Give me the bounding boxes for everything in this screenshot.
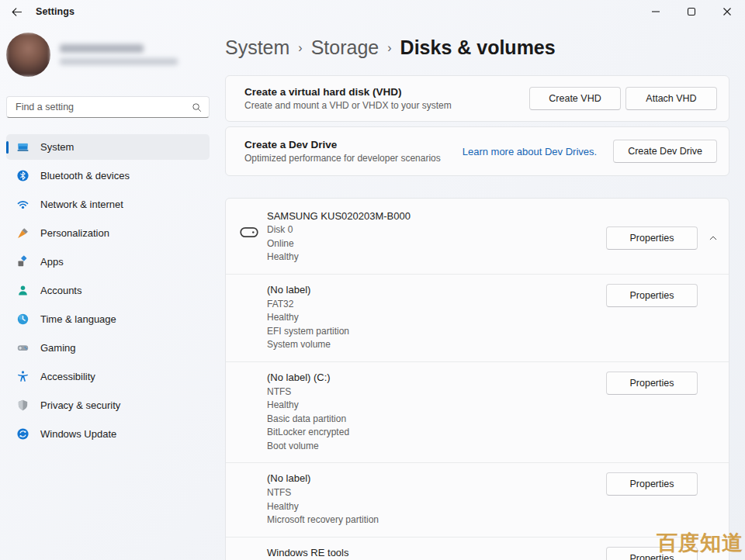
close-button[interactable] — [709, 0, 745, 23]
volume-title: Windows RE tools — [267, 546, 606, 560]
chevron-up-icon — [708, 233, 719, 244]
sidebar-item-gaming[interactable]: Gaming — [6, 335, 210, 361]
time-icon — [16, 313, 29, 326]
sidebar-item-label: Accounts — [40, 285, 81, 296]
volume-details: FAT32 Healthy EFI system partition Syste… — [267, 298, 606, 352]
system-icon — [16, 140, 29, 154]
avatar — [6, 33, 50, 77]
sidebar-nav: System Bluetooth & devices Network & int… — [6, 134, 210, 447]
user-profile[interactable] — [6, 33, 210, 77]
breadcrumb: System › Storage › Disks & volumes — [225, 34, 729, 60]
privacy-icon — [16, 399, 29, 412]
sidebar: System Bluetooth & devices Network & int… — [0, 23, 216, 560]
selected-indicator — [6, 141, 9, 154]
disk-header-row: SAMSUNG KUS020203M-B000 Disk 0 Online He… — [226, 199, 729, 274]
main-content: System › Storage › Disks & volumes Creat… — [216, 23, 745, 560]
minimize-button[interactable] — [638, 0, 674, 23]
user-email-redacted — [60, 58, 178, 65]
network-icon — [16, 198, 29, 211]
vhd-card-subtitle: Create and mount a VHD or VHDX to your s… — [244, 100, 529, 111]
volume-row: (No label) (C:) NTFS Healthy Basic data … — [226, 361, 729, 463]
sidebar-item-label: Time & language — [40, 313, 116, 325]
search-input[interactable] — [16, 102, 191, 112]
minimize-icon — [651, 7, 660, 16]
volume-title: (No label) — [267, 283, 606, 297]
breadcrumb-separator-icon: › — [379, 41, 400, 55]
settings-window: Settings — [0, 0, 745, 560]
sidebar-item-label: Personalization — [40, 227, 109, 239]
sidebar-item-accessibility[interactable]: Accessibility — [6, 364, 210, 389]
breadcrumb-separator-icon: › — [289, 41, 310, 55]
gaming-icon — [16, 341, 29, 354]
dev-drive-learn-more-link[interactable]: Learn more about Dev Drives. — [463, 146, 597, 157]
sidebar-item-system[interactable]: System — [6, 134, 210, 160]
breadcrumb-system[interactable]: System — [225, 36, 289, 59]
sidebar-item-privacy[interactable]: Privacy & security — [6, 392, 210, 418]
back-arrow-icon — [10, 5, 23, 19]
sidebar-item-label: Gaming — [40, 342, 76, 354]
search-icon — [191, 102, 203, 113]
attach-vhd-button[interactable]: Attach VHD — [625, 87, 717, 110]
sidebar-item-label: Apps — [40, 256, 64, 268]
sidebar-item-time[interactable]: Time & language — [6, 306, 210, 332]
apps-icon — [16, 255, 29, 268]
dev-drive-card: Create a Dev Drive Optimized performance… — [225, 126, 729, 176]
disk-card: SAMSUNG KUS020203M-B000 Disk 0 Online He… — [225, 198, 729, 560]
page-title: Disks & volumes — [400, 36, 556, 59]
vhd-card-title: Create a virtual hard disk (VHD) — [244, 86, 529, 98]
user-name-block — [60, 44, 178, 65]
volume-properties-button[interactable]: Properties — [606, 472, 698, 496]
sidebar-item-label: Accessibility — [40, 371, 95, 382]
maximize-icon — [687, 7, 696, 16]
vhd-card: Create a virtual hard disk (VHD) Create … — [225, 75, 729, 122]
disk-properties-button[interactable]: Properties — [606, 226, 698, 250]
volume-row: Windows RE tools NTFS Healthy Properties — [226, 537, 729, 560]
volume-details: NTFS Healthy Microsoft recovery partitio… — [267, 486, 606, 527]
sidebar-item-label: Network & internet — [40, 199, 123, 210]
volume-title: (No label) — [267, 472, 606, 486]
collapse-button[interactable] — [704, 228, 722, 248]
sidebar-item-label: Bluetooth & devices — [40, 170, 130, 181]
dev-drive-card-title: Create a Dev Drive — [244, 139, 463, 150]
sidebar-item-label: Windows Update — [40, 428, 116, 440]
maximize-button[interactable] — [674, 0, 709, 23]
volume-title: (No label) (C:) — [267, 371, 606, 385]
sidebar-item-personalization[interactable]: Personalization — [6, 220, 210, 246]
volume-properties-button[interactable]: Properties — [606, 284, 698, 307]
sidebar-item-label: System — [40, 141, 74, 153]
watermark: 百度知道 — [657, 529, 743, 557]
back-button[interactable] — [3, 0, 29, 23]
sidebar-item-network[interactable]: Network & internet — [6, 192, 210, 217]
titlebar: Settings — [0, 0, 745, 23]
disk-drive-icon — [240, 226, 258, 238]
personalization-icon — [16, 226, 29, 240]
breadcrumb-storage[interactable]: Storage — [311, 36, 379, 59]
bluetooth-icon — [16, 169, 29, 182]
window-title: Settings — [36, 6, 74, 17]
disk-name: SAMSUNG KUS020203M-B000 — [267, 209, 606, 223]
user-name-redacted — [60, 44, 144, 53]
sidebar-item-accounts[interactable]: Accounts — [6, 278, 210, 303]
search-box — [6, 96, 210, 118]
sidebar-item-label: Privacy & security — [40, 399, 120, 411]
dev-drive-card-subtitle: Optimized performance for developer scen… — [244, 153, 463, 164]
volume-details: NTFS Healthy Basic data partition BitLoc… — [267, 385, 606, 454]
sidebar-item-apps[interactable]: Apps — [6, 249, 210, 275]
create-dev-drive-button[interactable]: Create Dev Drive — [613, 140, 717, 163]
volume-row: (No label) FAT32 Healthy EFI system part… — [226, 274, 729, 361]
close-icon — [722, 7, 732, 16]
sidebar-item-update[interactable]: Windows Update — [6, 421, 210, 447]
disk-details: Disk 0 Online Healthy — [267, 223, 606, 264]
create-vhd-button[interactable]: Create VHD — [529, 87, 621, 110]
update-icon — [16, 427, 29, 441]
volume-row: (No label) NTFS Healthy Microsoft recove… — [226, 462, 729, 537]
sidebar-item-bluetooth[interactable]: Bluetooth & devices — [6, 163, 210, 188]
volume-properties-button[interactable]: Properties — [606, 372, 698, 395]
accounts-icon — [16, 284, 29, 297]
volume-list: (No label) FAT32 Healthy EFI system part… — [226, 274, 729, 560]
accessibility-icon — [16, 370, 29, 383]
